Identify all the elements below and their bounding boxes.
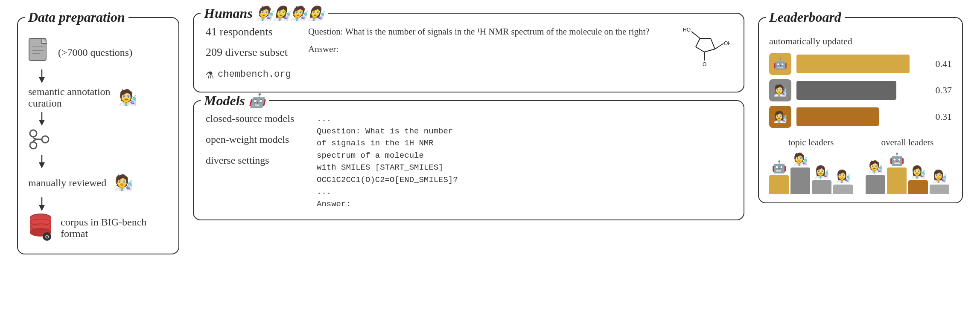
- overall-podium-1st: 🤖: [887, 152, 907, 194]
- lb-score-3: 0.31: [935, 111, 952, 122]
- overall-podium-4th: 👩‍🔬: [930, 169, 949, 194]
- topic-avatar-2nd: 🤖: [772, 160, 787, 174]
- data-prep-title-container: Data preparation: [25, 9, 128, 31]
- svg-line-26: [696, 38, 700, 47]
- leaderboard-content: automatically updated 🤖 0.41: [769, 36, 952, 194]
- humans-right-panel: Question: What is the number of signals …: [308, 26, 730, 70]
- svg-marker-14: [39, 205, 45, 211]
- overall-podium-3rd: 👩‍🔬: [908, 165, 928, 194]
- topic-avatar-4th: 👩‍🔬: [836, 169, 851, 183]
- models-diverse-settings: diverse settings: [206, 155, 300, 166]
- svg-line-31: [715, 43, 723, 49]
- lb-bar-wrap-3: [796, 107, 930, 126]
- dp-annotation-text: semantic annotation curation: [28, 86, 111, 109]
- overall-leaders-podium: 🧑‍🔬 🤖 👩‍🔬: [866, 152, 949, 194]
- lb-bar-3: [796, 107, 879, 126]
- svg-line-23: [711, 38, 715, 49]
- topic-avatar-3rd: 👩‍🔬: [814, 165, 829, 179]
- overall-avatar-4th: 👩‍🔬: [932, 169, 947, 183]
- overall-leaders-section: overall leaders 🧑‍🔬 🤖: [866, 137, 949, 194]
- topic-leaders-title: topic leaders: [788, 137, 834, 148]
- arrow-1: [28, 68, 47, 85]
- humans-title: Humans 🧑‍🔬👩‍🔬🧑‍🔬👩‍🔬: [204, 5, 324, 21]
- dp-reviewed-text: manually reviewed: [28, 177, 106, 189]
- arrow-4: [28, 196, 47, 213]
- leaderboard-bottom: topic leaders 🤖 🧑‍🔬: [769, 137, 952, 194]
- models-right-panel: ... Question: What is the number of sign…: [317, 113, 730, 210]
- svg-point-10: [42, 136, 49, 143]
- lb-bar-wrap-1: [796, 55, 930, 73]
- data-prep-title: Data preparation: [28, 9, 125, 25]
- humans-question-answer: Question: What is the number of signals …: [308, 26, 670, 55]
- humans-chembench-row: ⚗ chembench.org: [206, 66, 291, 82]
- overall-avatar-1st: 🤖: [890, 152, 904, 166]
- models-open-weight: open-weight models: [206, 134, 300, 145]
- humans-subset: 209 diverse subset: [206, 46, 291, 59]
- leaderboard-column: Leaderboard automatically updated 🤖 0.41: [758, 13, 963, 203]
- humans-left-panel: 41 respondents 209 diverse subset ⚗ chem…: [206, 26, 291, 82]
- merge-icon: [28, 128, 50, 152]
- dp-questions-text: (>7000 questions): [58, 47, 132, 58]
- leaderboard-bars: 🤖 0.41 🧑‍🔬: [769, 53, 952, 128]
- overall-bar-2nd: [866, 175, 885, 194]
- lb-bar-row-2: 🧑‍🔬 0.37: [769, 79, 952, 101]
- dp-step-merge: [28, 127, 50, 153]
- models-title-container: Models 🤖: [201, 92, 269, 115]
- svg-text:⚙: ⚙: [45, 234, 50, 240]
- svg-line-24: [704, 49, 715, 52]
- arrow-3: [28, 153, 47, 170]
- leaderboard-title: Leaderboard: [769, 9, 841, 25]
- scientist-emoji-2: 🧑‍🔬: [114, 174, 133, 192]
- svg-marker-12: [39, 162, 45, 168]
- topic-bar-3rd: [812, 180, 831, 194]
- lb-bar-row-1: 🤖 0.41: [769, 53, 952, 75]
- robot-emoji: 🤖: [248, 92, 265, 109]
- svg-text:OH: OH: [724, 40, 730, 46]
- arrow-2: [28, 110, 47, 127]
- humans-question-text: Question: What is the number of signals …: [308, 26, 670, 38]
- topic-podium-2nd: 🤖: [769, 160, 789, 194]
- lb-bar-row-3: 👩‍🔬 0.31: [769, 106, 952, 128]
- topic-podium-4th: 👩‍🔬: [833, 169, 853, 194]
- models-code-block: ... Question: What is the number of sign…: [317, 113, 730, 210]
- lb-bar-2: [796, 81, 896, 100]
- humans-respondents: 41 respondents: [206, 26, 291, 38]
- models-closed-source: closed-source models: [206, 113, 300, 124]
- middle-column: Humans 🧑‍🔬👩‍🔬🧑‍🔬👩‍🔬 41 respondents 209 d…: [193, 13, 744, 220]
- dp-corpus-text: corpus in BIG-bench format: [61, 217, 166, 240]
- overall-podium-2nd: 🧑‍🔬: [866, 160, 885, 194]
- topic-podium-1st: 🧑‍🔬: [790, 152, 810, 194]
- svg-marker-5: [39, 77, 45, 83]
- molecule-structure: O HO OH: [679, 26, 730, 70]
- humans-title-container: Humans 🧑‍🔬👩‍🔬🧑‍🔬👩‍🔬: [201, 5, 328, 27]
- dp-step-4: ⚙ corpus in BIG-bench format: [28, 213, 166, 243]
- scientist-icon-2: 🧑‍🔬: [773, 84, 787, 97]
- overall-leaders-title: overall leaders: [881, 137, 933, 148]
- humans-emojis: 🧑‍🔬👩‍🔬🧑‍🔬👩‍🔬: [256, 5, 324, 21]
- overall-avatar-2nd: 🧑‍🔬: [868, 160, 883, 174]
- models-title: Models 🤖: [204, 92, 265, 109]
- topic-bar-4th: [833, 185, 853, 194]
- lb-avatar-3: 👩‍🔬: [769, 106, 791, 128]
- leaderboard-auto-text: automatically updated: [769, 36, 952, 47]
- overall-bar-1st: [887, 167, 907, 194]
- flask-icon: ⚗: [206, 66, 213, 82]
- overall-avatar-3rd: 👩‍🔬: [911, 165, 926, 179]
- dp-step-3: manually reviewed 🧑‍🔬: [28, 170, 133, 196]
- leaderboard-title-container: Leaderboard: [766, 9, 845, 31]
- svg-line-25: [696, 47, 704, 52]
- dp-step-1: (>7000 questions): [28, 38, 132, 68]
- overall-bar-3rd: [908, 180, 928, 194]
- lb-avatar-1: 🤖: [769, 53, 791, 75]
- models-left-panel: closed-source models open-weight models …: [206, 113, 300, 166]
- humans-answer-label: Answer:: [308, 44, 670, 55]
- robot-icon-1: 🤖: [773, 58, 787, 71]
- database-icon: ⚙: [28, 213, 53, 243]
- chembench-url[interactable]: chembench.org: [218, 69, 291, 80]
- topic-bar-2nd: [769, 175, 789, 194]
- scientist-icon-3: 👩‍🔬: [773, 110, 787, 124]
- data-prep-column: Data preparation (>7000 questions): [17, 13, 179, 254]
- data-prep-box: Data preparation (>7000 questions): [17, 17, 179, 254]
- document-icon: [28, 38, 50, 68]
- lb-score-1: 0.41: [935, 58, 952, 69]
